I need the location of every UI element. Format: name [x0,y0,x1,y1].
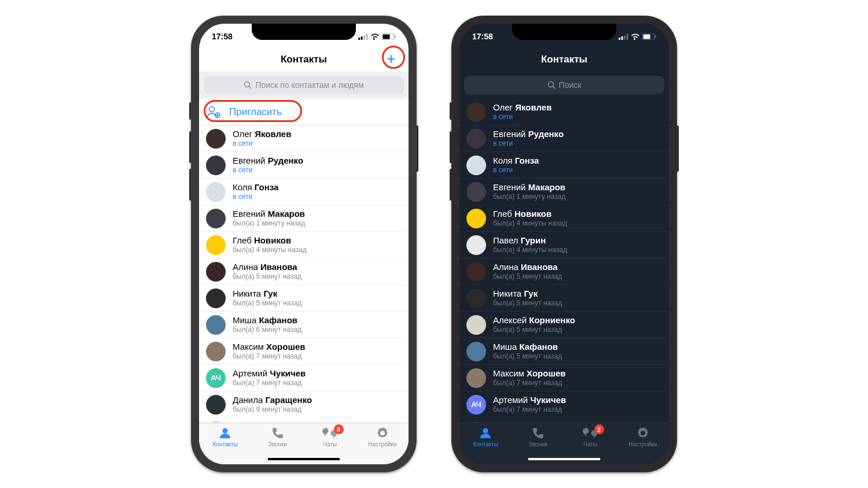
signal-icon [619,34,628,40]
phone-volume-up [450,131,451,163]
contact-status: в сети [493,167,662,175]
svg-rect-20 [655,35,656,38]
avatar [206,395,226,415]
contact-name: Никита Гук [493,289,662,298]
phone-volume-up [189,131,191,163]
tab-settings[interactable]: Настройки [356,426,409,464]
avatar [206,235,226,255]
contact-name: Евгений Макаров [493,182,662,192]
contact-status: был(а) 7 минут назад [233,353,402,361]
contact-status: был(а) 5 минут назад [493,326,662,334]
contact-row[interactable]: Олег Яковлевв сети [199,125,409,152]
invite-label: Пригласить [229,106,282,118]
avatar [466,129,486,149]
tab-contacts[interactable]: Контакты [199,426,252,464]
avatar: АЧ [206,368,226,388]
add-contact-button[interactable]: + [382,50,400,69]
search-placeholder: Поиск по контактам и людям [255,80,363,90]
avatar [466,156,486,175]
contact-row[interactable]: Алина Ивановабыл(а) 5 минут назад [199,258,409,285]
contact-row[interactable]: Алина Ивановабыл(а) 5 минут назад [459,258,669,285]
chats-badge: 8 [334,424,344,434]
svg-rect-17 [627,34,628,40]
tab-label: Звонки [269,441,287,448]
nav-bar: Контакты [459,47,669,72]
avatar: АЧ [466,395,486,415]
contact-row[interactable]: Никита Гукбыл(а) 5 минут назад [459,285,669,312]
avatar [466,102,486,122]
search-input[interactable]: Поиск [464,76,664,94]
contact-name: Максим Хорошев [233,342,402,352]
avatar [466,342,486,361]
avatar [206,129,226,149]
svg-rect-5 [383,34,390,39]
contact-row[interactable]: Алексей Корниенкобыл(а) 5 минут назад [459,312,669,338]
contact-row[interactable]: Павел Гуринбыл(а) 4 минуты назад [459,232,669,258]
nav-title: Контакты [281,54,327,65]
contact-row[interactable]: Глеб Новиковбыл(а) 4 минуты назад [459,205,669,232]
contact-row[interactable]: Евгений Макаровбыл(а) 1 минуту назад [459,179,669,205]
invite-icon [206,105,221,119]
svg-rect-16 [624,35,626,40]
contact-name: Павел Гурин [493,235,662,245]
settings-icon [376,426,389,440]
contact-row[interactable]: Евгений Руденков сети [199,152,409,179]
contact-row[interactable]: Коля Гонзав сети [459,152,669,179]
notch [252,24,356,40]
tab-contacts[interactable]: Контакты [459,426,512,464]
contact-name: Олег Яковлев [233,129,402,139]
status-time: 17:58 [472,32,493,41]
contact-row[interactable]: Евгений Макаровбыл(а) 1 минуту назад [199,205,409,232]
contact-row[interactable]: Олег Яковлевв сети [459,99,669,125]
contact-status: в сети [233,193,402,201]
nav-title: Контакты [541,54,587,65]
contact-name: Миша Кафанов [493,342,662,352]
battery-icon [382,34,396,40]
svg-rect-15 [621,36,623,40]
search-input[interactable]: Поиск по контактам и людям [204,76,404,94]
invite-row[interactable]: Пригласить [199,99,409,125]
contact-row[interactable]: Коля Гонзав сети [199,179,409,205]
contact-row[interactable]: Данила Гаращенкобыл(а) 9 минут назад [199,391,409,418]
contact-name: Алина Иванова [493,262,662,272]
search-placeholder: Поиск [559,80,582,90]
home-indicator[interactable] [268,458,340,460]
contact-status: в сети [493,113,662,121]
contact-row[interactable]: АЧАртемий Чукичевбыл(а) 7 минут назад [199,365,409,391]
contact-status: в сети [233,167,402,175]
tab-label: Контакты [473,441,498,448]
tab-label: Чаты [583,441,597,448]
contact-row[interactable]: Максим Хорошевбыл(а) 7 минут назад [199,338,409,365]
avatar [466,209,486,228]
contact-status: был(а) 7 минут назад [493,379,662,387]
avatar [466,289,486,308]
contact-status: был(а) 5 минут назад [493,273,662,281]
contact-name: Евгений Руденко [233,156,402,165]
contacts-icon [218,426,232,440]
contact-name: Глеб Новиков [233,235,402,245]
tab-label: Звонки [529,441,547,448]
contact-row[interactable]: Миша Кафановбыл(а) 6 минут назад [199,312,409,338]
status-time: 17:58 [212,32,233,41]
svg-point-9 [209,106,215,112]
home-indicator[interactable] [528,458,601,460]
contact-row[interactable]: Никита Гукбыл(а) 5 минут назад [199,285,409,312]
contact-status: был(а) 6 минут назад [233,326,402,334]
avatar [466,368,486,388]
contact-row[interactable]: Алексей Корниенко [199,418,409,423]
contact-name: Коля Гонза [493,156,662,165]
avatar [206,156,226,175]
contact-row[interactable]: Глеб Новиковбыл(а) 4 минуты назад [199,232,409,258]
contacts-list[interactable]: Олег Яковлевв сетиЕвгений Руденков сетиК… [459,99,669,423]
contacts-list[interactable]: Пригласить Олег Яковлевв сетиЕвгений Руд… [199,99,409,423]
contact-row[interactable]: АЧАртемий Чукичевбыл(а) 7 минут назад [459,391,669,418]
contact-row[interactable]: Максим Хорошевбыл(а) 7 минут назад [459,365,669,391]
contact-row[interactable]: Миша Кафановбыл(а) 5 минут назад [459,338,669,365]
contact-row[interactable]: Евгений Руденков сети [459,125,669,152]
contact-status: был(а) 9 минут назад [233,406,402,414]
contact-name: Максим Хорошев [493,368,662,378]
contact-row[interactable]: Данила Гаращенко [459,418,669,423]
contact-status: был(а) 1 минуту назад [493,193,662,201]
tab-settings[interactable]: Настройки [617,426,670,464]
contact-name: Никита Гук [233,289,402,298]
